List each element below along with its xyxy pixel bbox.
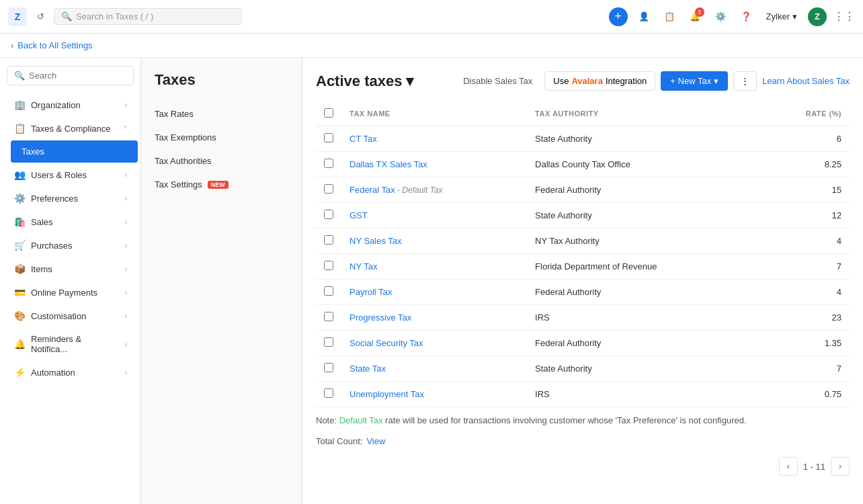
row-checkbox[interactable] xyxy=(324,235,333,245)
tax-name-link[interactable]: Dallas TX Sales Tax xyxy=(350,159,427,169)
automation-icon: ⚡ xyxy=(13,367,26,378)
tax-rate-cell: 7 xyxy=(762,254,850,280)
notification-badge: 3 xyxy=(695,7,704,17)
avalara-integration-button[interactable]: Use Avalara Integration xyxy=(544,71,655,91)
sidebar-item-online-payments[interactable]: 💳 Online Payments › xyxy=(3,281,138,304)
apps-grid-icon[interactable]: ⋮⋮ xyxy=(833,10,855,23)
tax-name-link[interactable]: Unemployment Tax xyxy=(350,389,424,399)
sales-icon: 🛍️ xyxy=(13,216,26,227)
row-checkbox[interactable] xyxy=(324,388,333,398)
sidebar-item-sales[interactable]: 🛍️ Sales › xyxy=(3,210,138,233)
tax-name-link[interactable]: State Tax xyxy=(350,364,386,374)
global-search[interactable]: 🔍 Search in Taxes ( / ) xyxy=(54,8,242,25)
more-options-button[interactable]: ⋮ xyxy=(733,71,757,91)
row-checkbox[interactable] xyxy=(324,261,333,270)
table-row: Dallas TX Sales TaxDallas County Tax Off… xyxy=(316,152,850,177)
dropdown-arrow-icon[interactable]: ▾ xyxy=(406,73,413,90)
tax-name-link[interactable]: Progressive Tax xyxy=(350,312,411,323)
tax-authority-cell: State Authority xyxy=(527,356,762,382)
row-checkbox[interactable] xyxy=(324,337,333,347)
tax-name-link[interactable]: CT Tax xyxy=(350,134,377,144)
next-page-button[interactable]: › xyxy=(831,457,850,476)
tax-rates-menu-item[interactable]: Tax Rates xyxy=(141,102,302,126)
active-taxes-label: Active taxes xyxy=(316,73,402,90)
avalara-prefix: Use xyxy=(553,76,569,86)
back-label: Back to All Settings xyxy=(17,40,92,50)
row-checkbox[interactable] xyxy=(324,312,333,321)
sidebar-item-preferences[interactable]: ⚙️ Preferences › xyxy=(3,187,138,210)
sidebar-item-taxes[interactable]: Taxes xyxy=(11,140,138,163)
tax-rate-cell: 12 xyxy=(762,203,850,228)
user-name: Zylker xyxy=(766,11,790,22)
chevron-down-icon: ▾ xyxy=(714,76,718,86)
sidebar-item-label: Online Payments xyxy=(31,288,120,298)
row-checkbox[interactable] xyxy=(324,286,333,296)
prev-page-button[interactable]: ‹ xyxy=(779,457,798,476)
row-checkbox[interactable] xyxy=(324,133,333,142)
sidebar-search[interactable]: 🔍 xyxy=(7,66,134,85)
help-icon[interactable]: ❓ xyxy=(737,7,755,26)
active-taxes-title: Active taxes ▾ xyxy=(316,73,413,90)
default-tax-link[interactable]: Default Tax xyxy=(339,415,383,425)
app-logo[interactable]: Z xyxy=(8,7,27,26)
tax-exemptions-menu-item[interactable]: Tax Exemptions xyxy=(141,126,302,149)
customisation-icon: 🎨 xyxy=(13,310,26,321)
sidebar-item-purchases[interactable]: 🛒 Purchases › xyxy=(3,234,138,257)
sidebar-item-taxes-compliance[interactable]: 📋 Taxes & Compliance ˅ xyxy=(3,117,138,140)
row-checkbox[interactable] xyxy=(324,184,333,194)
sidebar-search-input[interactable] xyxy=(29,71,126,81)
table-row: Payroll TaxFederal Authority4 xyxy=(316,280,850,305)
tax-name-link[interactable]: GST xyxy=(350,210,368,220)
sidebar-item-reminders[interactable]: 🔔 Reminders & Notifica... › xyxy=(3,328,138,360)
note-row: Note: Default Tax rate will be used for … xyxy=(316,407,850,433)
sidebar-item-organization[interactable]: 🏢 Organization › xyxy=(3,93,138,116)
table-row: Progressive TaxIRS23 xyxy=(316,305,850,331)
refresh-button[interactable]: ↺ xyxy=(32,9,48,25)
tax-name-link[interactable]: NY Tax xyxy=(350,261,377,271)
tax-settings-menu-item[interactable]: Tax Settings NEW xyxy=(141,173,302,196)
items-icon: 📦 xyxy=(13,263,26,274)
disable-sales-tax-button[interactable]: Disable Sales Tax xyxy=(456,72,539,90)
tax-authorities-menu-item[interactable]: Tax Authorities xyxy=(141,149,302,173)
chevron-right-icon: › xyxy=(125,101,127,109)
row-checkbox[interactable] xyxy=(324,210,333,219)
back-bar[interactable]: ‹ Back to All Settings xyxy=(0,34,863,58)
pagination-range: 1 - 11 xyxy=(803,462,825,472)
create-button[interactable]: + xyxy=(609,7,628,26)
tax-name-link[interactable]: Payroll Tax xyxy=(350,287,392,297)
search-icon: 🔍 xyxy=(61,11,72,22)
tax-authority-cell: Federal Authority xyxy=(527,331,762,356)
contacts-icon[interactable]: 👤 xyxy=(634,7,653,26)
top-navigation: Z ↺ 🔍 Search in Taxes ( / ) + 👤 📋 🔔 3 ⚙️… xyxy=(0,0,863,34)
tax-authority-cell: Florida Department of Revenue xyxy=(527,254,762,280)
learn-sales-tax-button[interactable]: Learn About Sales Tax xyxy=(762,76,850,86)
table-row: NY TaxFlorida Department of Revenue7 xyxy=(316,254,850,280)
row-checkbox[interactable] xyxy=(324,363,333,372)
select-all-checkbox[interactable] xyxy=(324,108,333,118)
tasks-icon[interactable]: 📋 xyxy=(660,7,679,26)
sidebar-item-users-roles[interactable]: 👥 Users & Roles › xyxy=(3,163,138,186)
avatar[interactable]: Z xyxy=(808,7,827,26)
sidebar-item-items[interactable]: 📦 Items › xyxy=(3,257,138,280)
tax-authorities-label: Tax Authorities xyxy=(155,156,212,166)
sidebar-item-automation[interactable]: ⚡ Automation › xyxy=(3,361,138,384)
tax-name-link[interactable]: NY Sales Tax xyxy=(350,236,402,246)
organization-icon: 🏢 xyxy=(13,99,26,110)
tax-rate-cell: 1.35 xyxy=(762,331,850,356)
chevron-right-icon: › xyxy=(125,341,127,348)
row-checkbox[interactable] xyxy=(324,159,333,168)
tax-authority-cell: State Authority xyxy=(527,126,762,152)
select-all-header[interactable] xyxy=(316,101,341,126)
view-link[interactable]: View xyxy=(366,436,385,446)
tax-name-link[interactable]: Federal Tax xyxy=(350,185,395,195)
tax-authority-cell: IRS xyxy=(527,305,762,331)
notifications-icon[interactable]: 🔔 3 xyxy=(686,7,704,26)
sidebar-item-customisation[interactable]: 🎨 Customisation › xyxy=(3,304,138,327)
settings-icon[interactable]: ⚙️ xyxy=(711,7,730,26)
default-tax-label: - Default Tax xyxy=(395,185,443,195)
avalara-brand: Avalara xyxy=(571,76,603,86)
taxes-table: TAX NAME TAX AUTHORITY RATE (%) CT TaxSt… xyxy=(316,101,850,407)
new-tax-button[interactable]: + New Tax ▾ xyxy=(661,71,728,91)
tax-name-link[interactable]: Social Security Tax xyxy=(350,338,423,348)
user-menu[interactable]: Zylker ▾ xyxy=(762,9,801,24)
